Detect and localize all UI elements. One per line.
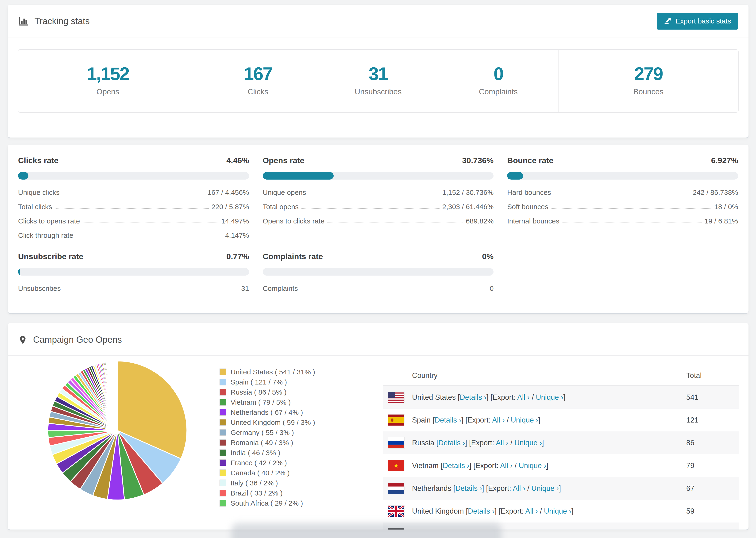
legend-label: Italy ( 36 / 2% ) <box>231 479 278 487</box>
rate-detail-row: Total opens 2,303 / 61.446% <box>263 203 494 211</box>
rate-value: 6.927% <box>711 156 738 165</box>
dotted-leader <box>309 194 440 194</box>
geo-title-text: Campaign Geo Opens <box>33 335 122 345</box>
country-total: 59 <box>686 507 694 515</box>
rate-detail-value: 242 / 86.738% <box>693 188 738 196</box>
dotted-leader <box>551 208 711 209</box>
rate-detail-row: Total clicks 220 / 5.87% <box>18 203 249 211</box>
rate-value: 30.736% <box>462 156 494 165</box>
rate-detail-label: Click through rate <box>18 232 73 240</box>
flag-gb-icon <box>388 506 404 517</box>
export-all-link[interactable]: All › <box>500 461 513 470</box>
legend-label: France ( 42 / 2% ) <box>231 459 287 467</box>
dotted-leader <box>82 223 218 223</box>
stat-opens: 1,152 Opens <box>18 50 198 112</box>
details-link[interactable]: Details › <box>438 439 465 447</box>
export-unique-link[interactable]: Unique › <box>536 393 563 402</box>
export-all-link[interactable]: All › <box>496 439 508 447</box>
details-link[interactable]: Details › <box>443 461 469 470</box>
legend-item[interactable]: Vietnam ( 79 / 5% ) <box>220 397 315 407</box>
legend-swatch <box>220 500 226 507</box>
dotted-leader <box>562 223 702 223</box>
geo-title: Campaign Geo Opens <box>18 335 122 345</box>
rate-detail-label: Soft bounces <box>507 203 548 211</box>
export-all-link[interactable]: All › <box>525 507 538 515</box>
legend-swatch <box>220 379 226 385</box>
rate-detail-label: Total clicks <box>18 203 52 211</box>
geo-opens-table: Country Total United States [Details ›] … <box>383 365 739 529</box>
country-name: Netherlands <box>412 484 451 493</box>
dotted-leader <box>55 208 208 209</box>
legend-item[interactable]: France ( 42 / 2% ) <box>220 458 315 468</box>
legend-item[interactable]: United States ( 541 / 31% ) <box>220 367 315 377</box>
export-all-link[interactable]: All › <box>513 484 525 493</box>
rate-block-unsubscribe-rate: Unsubscribe rate 0.77% Unsubscribes 31 <box>18 252 249 299</box>
legend-item[interactable]: Romania ( 49 / 3% ) <box>220 438 315 448</box>
legend-swatch <box>220 490 226 497</box>
legend-item[interactable]: Germany ( 55 / 3% ) <box>220 427 315 438</box>
rate-block-opens-rate: Opens rate 30.736% Unique opens 1,152 / … <box>263 156 494 246</box>
legend-item[interactable]: Russia ( 86 / 5% ) <box>220 387 315 397</box>
details-link[interactable]: Details › <box>460 393 486 402</box>
legend-item[interactable]: Canada ( 40 / 2% ) <box>220 468 315 478</box>
bar-chart-icon <box>18 16 29 27</box>
geo-opens-pie-chart[interactable] <box>42 355 192 506</box>
country-total: 541 <box>686 393 698 402</box>
rate-detail-row: Opens to clicks rate 689.82% <box>263 217 494 225</box>
table-row-nl: Netherlands [Details ›] [Export: All › /… <box>383 477 739 500</box>
legend-item[interactable]: India ( 46 / 3% ) <box>220 448 315 458</box>
export-unique-link[interactable]: Unique › <box>519 461 546 470</box>
stat-label: Unsubscribes <box>318 87 438 96</box>
export-unique-link[interactable]: Unique › <box>514 439 542 447</box>
legend-swatch <box>220 409 226 416</box>
rate-detail-label: Total opens <box>263 203 298 211</box>
rate-detail-label: Unique clicks <box>18 188 60 196</box>
flag-es-icon <box>388 414 404 426</box>
legend-item[interactable]: South Africa ( 29 / 2% ) <box>220 498 315 508</box>
rates-grid: Clicks rate 4.46% Unique clicks 167 / 4.… <box>8 144 748 310</box>
column-header-country: Country <box>412 371 438 380</box>
legend-swatch <box>220 459 226 466</box>
export-all-link[interactable]: All › <box>492 416 505 424</box>
export-unique-link[interactable]: Unique › <box>544 507 571 515</box>
legend-label: Brazil ( 33 / 2% ) <box>231 489 283 497</box>
flag-us-icon <box>388 392 404 403</box>
flag-nl-icon <box>388 483 404 494</box>
rate-detail-label: Opens to clicks rate <box>263 217 324 225</box>
table-body: United States [Details ›] [Export: All ›… <box>383 386 739 529</box>
legend-item[interactable]: Spain ( 121 / 7% ) <box>220 377 315 387</box>
export-all-link[interactable]: All › <box>517 393 530 402</box>
export-basic-stats-button[interactable]: Export basic stats <box>657 13 738 29</box>
rate-detail-row: Internal bounces 19 / 6.81% <box>507 217 738 225</box>
rate-detail-value: 19 / 6.81% <box>705 217 738 225</box>
rate-title: Clicks rate <box>18 156 58 165</box>
rate-detail-value: 18 / 0% <box>714 203 738 211</box>
rate-value: 4.46% <box>226 156 249 165</box>
legend-item[interactable]: Netherlands ( 67 / 4% ) <box>220 407 315 417</box>
legend-label: United Kingdom ( 59 / 3% ) <box>231 418 315 426</box>
progress-bar-fill <box>18 172 28 180</box>
details-link[interactable]: Details › <box>468 507 495 515</box>
map-pin-icon <box>18 335 27 345</box>
details-link[interactable]: Details › <box>435 416 461 424</box>
stat-label: Opens <box>18 87 198 96</box>
export-unique-link[interactable]: Unique › <box>511 416 538 424</box>
country-total: 67 <box>686 484 694 493</box>
legend-swatch <box>220 469 226 476</box>
export-unique-link[interactable]: Unique › <box>531 484 559 493</box>
legend-item[interactable]: United Kingdom ( 59 / 3% ) <box>220 417 315 427</box>
rate-detail-label: Hard bounces <box>507 188 551 196</box>
details-link[interactable]: Details › <box>455 484 482 493</box>
legend-item[interactable]: Italy ( 36 / 2% ) <box>220 478 315 488</box>
rate-detail-label: Complaints <box>263 285 298 293</box>
legend-label: India ( 46 / 3% ) <box>231 449 280 457</box>
country-name: Russia <box>412 439 434 447</box>
legend-item[interactable]: Brazil ( 33 / 2% ) <box>220 488 315 498</box>
table-header-row: Country Total <box>383 365 739 386</box>
legend-swatch <box>220 419 226 426</box>
rate-block-complaints-rate: Complaints rate 0% Complaints 0 <box>263 252 494 299</box>
stat-complaints: 0 Complaints <box>438 50 558 112</box>
rate-title: Opens rate <box>263 156 304 165</box>
legend-label: South Africa ( 29 / 2% ) <box>231 499 303 507</box>
dotted-leader <box>64 290 239 290</box>
